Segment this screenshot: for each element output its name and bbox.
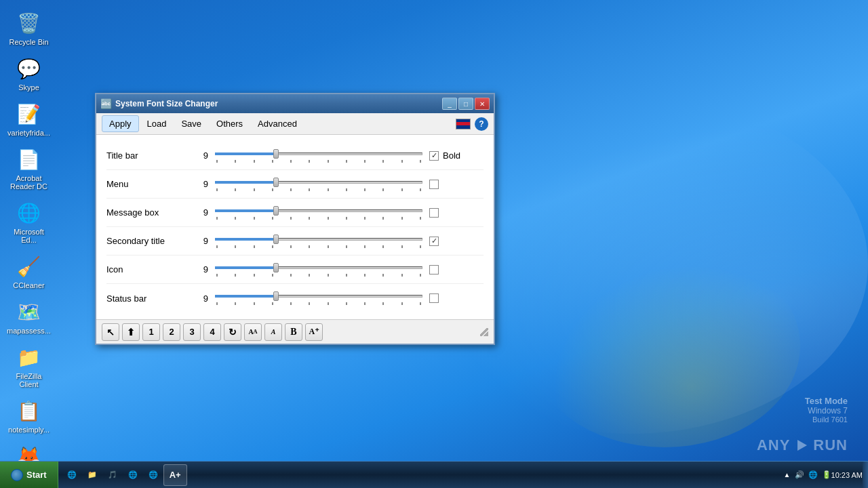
tray-battery-icon[interactable]: 🔋: [822, 470, 831, 479]
edge-label: Microsoft Ed...: [6, 228, 52, 244]
messagebox-value: 9: [195, 207, 208, 218]
titlebar-bold-label: Bold: [443, 150, 460, 161]
tray-up-icon[interactable]: ▲: [784, 471, 791, 479]
secondary-slider-dots: [215, 245, 422, 248]
font-row-icon: Icon 9: [106, 256, 484, 284]
toolbar-font-medium-button[interactable]: A: [264, 323, 282, 341]
desktop-icon-notesimply[interactable]: 📋 notesimply...: [3, 394, 54, 436]
recycle-bin-icon: 🗑️: [16, 9, 43, 37]
secondary-slider-fill: [215, 238, 277, 241]
desktop-icon-acrobat[interactable]: 📄 Acrobat Reader DC: [3, 143, 54, 193]
secondary-slider-thumb[interactable]: [273, 235, 279, 244]
anyrun-play-icon: [793, 437, 810, 453]
start-globe-icon: [11, 469, 23, 481]
toolbar-up-button[interactable]: ⬆: [122, 323, 140, 341]
messagebox-bold-checkbox[interactable]: [429, 208, 439, 218]
secondary-slider-track[interactable]: [215, 235, 422, 244]
menu-row-label: Menu: [106, 179, 188, 189]
skype-label: Skype: [18, 83, 39, 92]
taskbar-media[interactable]: 🎵: [102, 464, 123, 486]
notesimply-icon: 📋: [16, 397, 43, 424]
desktop-icon-edge[interactable]: 🌐 Microsoft Ed...: [3, 197, 54, 247]
menu-others[interactable]: Others: [210, 116, 250, 131]
desktop-icon-variety[interactable]: 📝 varietyfrida...: [3, 98, 54, 140]
icon-slider-container: [215, 263, 422, 277]
maximize-button[interactable]: □: [458, 98, 473, 110]
statusbar-slider-dots: [215, 302, 422, 305]
start-label: Start: [26, 470, 47, 480]
titlebar-value: 9: [195, 150, 208, 161]
statusbar-slider-thumb[interactable]: [273, 291, 279, 301]
menu-bold-checkbox[interactable]: [429, 180, 439, 189]
show-desktop-button[interactable]: [863, 462, 868, 488]
statusbar-bold-checkbox[interactable]: [429, 293, 439, 303]
menu-save[interactable]: Save: [174, 116, 208, 131]
taskbar-explorer[interactable]: 📁: [82, 464, 102, 486]
statusbar-slider-track[interactable]: [215, 291, 422, 301]
menu-apply[interactable]: Apply: [102, 115, 139, 132]
toolbar-font-bold-button[interactable]: B: [285, 323, 302, 341]
messagebox-slider-thumb[interactable]: [273, 206, 279, 216]
messagebox-slider-fill: [215, 209, 277, 212]
messagebox-bold-container: [429, 208, 484, 218]
toolbar-font-increase-button[interactable]: A⁺: [305, 323, 323, 341]
menu-load[interactable]: Load: [140, 116, 174, 131]
messagebox-slider-track[interactable]: [215, 206, 422, 216]
test-mode-label: Test Mode: [805, 396, 848, 406]
menu-slider-fill: [215, 181, 277, 184]
icon-slider-fill: [215, 266, 277, 269]
titlebar-slider-thumb[interactable]: [273, 149, 279, 159]
minimize-button[interactable]: _: [442, 98, 457, 110]
menu-bold-container: [429, 180, 484, 189]
statusbar-bold-container: [429, 293, 484, 303]
messagebox-slider-dots: [215, 217, 422, 220]
bottom-toolbar: ↖ ⬆ 1 2 3 4 ↻ AA A B A⁺: [96, 319, 494, 344]
taskbar-chrome[interactable]: 🌐: [123, 464, 143, 486]
desktop-icon-filezilla[interactable]: 📁 FileZilla Client: [3, 341, 54, 391]
toolbar-preset2-button[interactable]: 2: [163, 323, 180, 341]
resize-handle[interactable]: [480, 328, 488, 336]
taskbar-ie[interactable]: 🌐: [62, 464, 82, 486]
tray-speaker-icon[interactable]: 🔊: [795, 470, 804, 479]
toolbar-font-small-button[interactable]: AA: [244, 323, 262, 341]
menu-advanced[interactable]: Advanced: [251, 116, 304, 131]
taskbar-ie2[interactable]: 🌐: [143, 464, 163, 486]
help-button[interactable]: ?: [475, 117, 488, 131]
desktop-icon-mapassess[interactable]: 🗺️ mapassess...: [3, 296, 54, 338]
tray-network-icon[interactable]: 🌐: [808, 470, 818, 479]
skype-icon: 💬: [16, 55, 43, 82]
desktop-icon-recycle-bin[interactable]: 🗑️ Recycle Bin: [3, 7, 54, 49]
titlebar-bold-checkbox[interactable]: ✓: [429, 151, 439, 161]
menu-slider-dots: [215, 188, 422, 191]
menu-slider-thumb[interactable]: [273, 178, 279, 187]
filezilla-label: FileZilla Client: [6, 372, 52, 388]
toolbar-preset1-button[interactable]: 1: [142, 323, 160, 341]
start-button[interactable]: Start: [0, 462, 58, 489]
toolbar-refresh-button[interactable]: ↻: [224, 323, 241, 341]
toolbar-preset4-button[interactable]: 4: [203, 323, 221, 341]
statusbar-slider-container: [215, 291, 422, 305]
clock[interactable]: 10:23 AM: [831, 471, 863, 479]
messagebox-slider-container: [215, 206, 422, 220]
font-row-messagebox: Message box 9: [106, 199, 484, 227]
clock-time: 10:23 AM: [831, 471, 863, 479]
recycle-bin-label: Recycle Bin: [9, 38, 48, 46]
taskbar-aplus[interactable]: A+: [163, 464, 187, 486]
desktop-icon-skype[interactable]: 💬 Skype: [3, 52, 54, 94]
close-button[interactable]: ✕: [475, 98, 490, 110]
language-flag-uk[interactable]: [456, 119, 471, 129]
menu-bar: Apply Load Save Others Advanced ?: [96, 113, 494, 135]
system-tray: ▲ 🔊 🌐 🔋: [784, 470, 831, 479]
notesimply-label: notesimply...: [8, 426, 50, 434]
icon-slider-track[interactable]: [215, 263, 422, 272]
icon-bold-checkbox[interactable]: [429, 265, 439, 274]
secondary-bold-checkbox[interactable]: ✓: [429, 237, 439, 246]
icon-slider-thumb[interactable]: [273, 263, 279, 272]
desktop-icon-ccleaner[interactable]: 🧹 CCleaner: [3, 250, 54, 292]
titlebar-slider-track[interactable]: [215, 149, 422, 159]
toolbar-arrow-button[interactable]: ↖: [102, 323, 119, 341]
menu-slider-track[interactable]: [215, 178, 422, 187]
mapassess-label: mapassess...: [7, 327, 51, 335]
toolbar-preset3-button[interactable]: 3: [183, 323, 201, 341]
desktop: 🗑️ Recycle Bin 💬 Skype 📝 varietyfrida...…: [0, 0, 868, 488]
